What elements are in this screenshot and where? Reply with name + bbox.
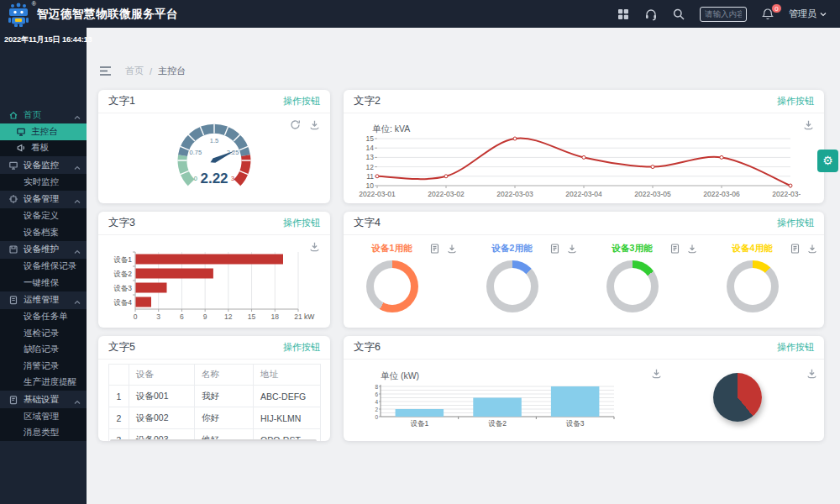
svg-text:1.5: 1.5: [210, 137, 218, 144]
sidebar-group-basic-settings[interactable]: 基础设置: [0, 391, 87, 408]
svg-text:设备2: 设备2: [488, 419, 507, 428]
sidebar: 2022年11月15日 16:44:13 首页 主控台 看板 设备监控 实时监控: [0, 28, 87, 504]
user-name: 管理员: [789, 8, 816, 20]
donut-title: 设备1用能: [372, 243, 412, 255]
card-text3: 文字3 操作按钮 036912151821设备1设备2设备3设备4kW: [98, 212, 330, 328]
sidebar-group-device-monitor[interactable]: 设备监控: [0, 156, 87, 174]
breadcrumb-home[interactable]: 首页: [125, 65, 144, 77]
card-title: 文字4: [354, 216, 381, 230]
apps-grid-icon[interactable]: [617, 8, 630, 21]
hbar-chart: 036912151821设备1设备2设备3设备4kW: [103, 244, 318, 328]
donut-chart-device4: [727, 260, 779, 312]
sidebar-item-region-management[interactable]: 区域管理: [0, 408, 87, 425]
svg-text:设备2: 设备2: [113, 270, 132, 278]
search-icon[interactable]: [672, 8, 685, 21]
download-icon[interactable]: [803, 119, 814, 130]
brand: ® 智迈德智慧物联微服务平台: [0, 1, 178, 28]
sidebar-item-device-task-list[interactable]: 设备任务单: [0, 309, 87, 326]
sidebar-item-realtime-monitor[interactable]: 实时监控: [0, 174, 87, 191]
line-chart: 1011121314152022-03-012022-03-022022-03-…: [355, 132, 801, 203]
card-action-button[interactable]: 操作按钮: [777, 341, 814, 354]
download-icon[interactable]: [309, 119, 320, 130]
sidebar-item-console[interactable]: 主控台: [0, 123, 87, 140]
sidebar-item-production-progress-reminder[interactable]: 生产进度提醒: [0, 375, 87, 391]
svg-text:kW: kW: [304, 312, 314, 321]
gauge-svg: 0.751.52.25032.22: [143, 116, 286, 200]
svg-text:0: 0: [194, 175, 197, 182]
sidebar-item-kanban[interactable]: 看板: [0, 140, 87, 157]
report-icon[interactable]: [430, 244, 440, 254]
chevron-down-icon: [820, 12, 827, 17]
main-content: 首页 / 主控台 文字1 操作按钮: [87, 28, 840, 504]
notification-badge: 0: [771, 3, 782, 13]
svg-text:11: 11: [366, 172, 374, 181]
svg-text:12: 12: [366, 163, 375, 171]
report-icon[interactable]: [550, 244, 560, 254]
card-action-button[interactable]: 操作按钮: [283, 341, 320, 354]
refresh-icon[interactable]: [290, 119, 301, 130]
svg-text:0: 0: [134, 312, 138, 321]
card-action-button[interactable]: 操作按钮: [777, 217, 814, 229]
svg-text:0: 0: [375, 414, 378, 420]
user-menu[interactable]: 管理员: [789, 8, 827, 20]
svg-text:设备3: 设备3: [566, 419, 585, 428]
headset-icon[interactable]: [644, 8, 658, 21]
download-icon[interactable]: [687, 244, 697, 254]
sidebar-group-device-management[interactable]: 设备管理: [0, 191, 87, 208]
monitor-icon: [16, 127, 26, 137]
search-input[interactable]: [700, 7, 747, 22]
sidebar-item-maintenance-records[interactable]: 设备维保记录: [0, 259, 87, 276]
hbar-chart-svg: 036912151821设备1设备2设备3设备4kW: [103, 244, 318, 328]
card-title: 文字6: [354, 340, 381, 354]
card-text1: 文字1 操作按钮 0.751.52.25032.22: [98, 90, 330, 203]
sidebar-item-device-archive[interactable]: 设备档案: [0, 224, 87, 241]
donut-chart-device1: [366, 260, 418, 312]
svg-text:12: 12: [224, 312, 233, 321]
download-icon[interactable]: [567, 244, 577, 254]
dashboard-grid: 文字1 操作按钮 0.751.52.25032.22: [98, 90, 824, 441]
table-horizontal-scrollbar[interactable]: [110, 439, 317, 441]
download-icon[interactable]: [309, 241, 320, 252]
donut-block-device3: 设备3用能: [584, 239, 704, 328]
svg-text:15: 15: [366, 134, 375, 143]
svg-text:2.25: 2.25: [227, 149, 239, 156]
svg-text:18: 18: [271, 312, 280, 321]
sidebar-item-one-key-maintenance[interactable]: 一键维保: [0, 275, 87, 291]
table-row[interactable]: 2 设备002 你好 HIJ-KLMN: [109, 407, 321, 429]
clipboard-icon: [8, 295, 18, 305]
sidebar-collapse-button[interactable]: [99, 66, 112, 76]
card-text2: 文字2 操作按钮 单位: kVA 1011121314152022-03-012…: [344, 90, 824, 203]
sidebar-item-device-definition[interactable]: 设备定义: [0, 208, 87, 225]
card-action-button[interactable]: 操作按钮: [283, 95, 320, 108]
sidebar-item-defect-records[interactable]: 缺陷记录: [0, 342, 87, 359]
top-header: ® 智迈德智慧物联微服务平台: [0, 0, 840, 28]
table-header-row: 设备 名称 地址: [109, 365, 321, 386]
theme-settings-button[interactable]: ⚙: [817, 150, 838, 172]
sidebar-group-ops-management[interactable]: 运维管理: [0, 291, 87, 309]
download-icon[interactable]: [651, 368, 662, 379]
svg-text:15: 15: [248, 312, 256, 321]
donut-block-device2: 设备2用能: [464, 239, 584, 328]
card-text5: 文字5 操作按钮 设备 名称 地址: [98, 336, 330, 441]
pie-chart: [713, 373, 762, 422]
download-icon[interactable]: [447, 244, 457, 254]
notifications-button[interactable]: 0: [761, 8, 774, 21]
line-chart-svg: 1011121314152022-03-012022-03-022022-03-…: [355, 132, 801, 203]
svg-text:6: 6: [180, 312, 184, 321]
report-icon[interactable]: [790, 244, 801, 254]
datetime-display: 2022年11月15日 16:44:13: [0, 28, 87, 45]
sidebar-item-alarm-clear-records[interactable]: 消警记录: [0, 358, 87, 375]
sidebar-group-home[interactable]: 首页: [0, 106, 87, 123]
unit-label: 单位 (kW): [381, 370, 419, 382]
sidebar-group-device-maintenance[interactable]: 设备维护: [0, 241, 87, 259]
card-action-button[interactable]: 操作按钮: [777, 95, 814, 108]
card-action-button[interactable]: 操作按钮: [283, 217, 320, 229]
download-icon[interactable]: [806, 368, 817, 379]
table-row[interactable]: 1 设备001 我好 ABC-DEFG: [109, 386, 321, 407]
home-icon: [8, 110, 18, 120]
download-icon[interactable]: [807, 244, 817, 254]
sidebar-item-message-type[interactable]: 消息类型: [0, 425, 87, 442]
report-icon[interactable]: [670, 244, 680, 254]
chip-icon: [8, 194, 18, 204]
sidebar-item-inspection-records[interactable]: 巡检记录: [0, 325, 87, 342]
